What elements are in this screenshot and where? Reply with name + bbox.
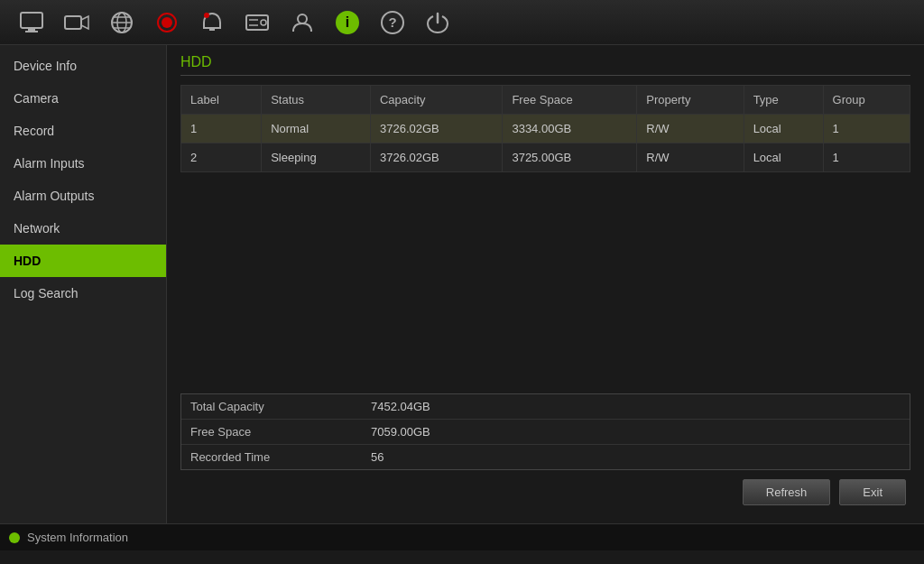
table-cell: 3726.02GB xyxy=(370,115,502,143)
network-settings-icon[interactable] xyxy=(99,0,144,45)
col-property: Property xyxy=(637,86,744,115)
camera-icon[interactable] xyxy=(54,0,99,45)
table-cell: 2 xyxy=(181,143,262,172)
summary-panel: Total Capacity 7452.04GB Free Space 7059… xyxy=(180,393,910,470)
table-cell: Local xyxy=(744,143,823,172)
col-free-space: Free Space xyxy=(503,86,637,115)
sidebar-item-record[interactable]: Record xyxy=(0,115,166,147)
buttons-row: Refresh Exit xyxy=(180,470,910,514)
sidebar-item-alarm-inputs[interactable]: Alarm Inputs xyxy=(0,147,166,180)
table-cell: Local xyxy=(744,115,823,143)
table-cell: 1 xyxy=(823,143,910,172)
page-title: HDD xyxy=(180,54,910,76)
svg-point-15 xyxy=(261,20,266,25)
power-icon[interactable] xyxy=(415,0,460,45)
sidebar-item-log-search[interactable]: Log Search xyxy=(0,277,166,310)
dvr-icon[interactable] xyxy=(235,0,280,45)
toolbar: i ? xyxy=(0,0,924,45)
sidebar-item-alarm-outputs[interactable]: Alarm Outputs xyxy=(0,180,166,212)
svg-point-13 xyxy=(204,13,209,18)
sidebar: Device Info Camera Record Alarm Inputs A… xyxy=(0,45,167,523)
svg-rect-3 xyxy=(65,16,81,29)
refresh-button[interactable]: Refresh xyxy=(743,479,831,505)
table-row[interactable]: 2Sleeping3726.02GB3725.00GBR/WLocal1 xyxy=(181,143,910,172)
content-area: HDD Label Status Capacity Free Space Pro… xyxy=(167,45,924,523)
status-text: System Information xyxy=(27,531,128,544)
table-row[interactable]: 1Normal3726.02GB3334.00GBR/WLocal1 xyxy=(181,115,910,143)
table-cell: Normal xyxy=(262,115,371,143)
sidebar-item-device-info[interactable]: Device Info xyxy=(0,50,166,82)
svg-text:?: ? xyxy=(388,14,396,30)
table-cell: Sleeping xyxy=(262,143,371,172)
record-icon[interactable] xyxy=(144,0,189,45)
table-cell: R/W xyxy=(637,143,744,172)
table-cell: 1 xyxy=(181,115,262,143)
summary-recorded-time: Recorded Time 56 xyxy=(181,445,910,469)
col-capacity: Capacity xyxy=(370,86,502,115)
sidebar-item-camera[interactable]: Camera xyxy=(0,82,166,115)
svg-rect-1 xyxy=(28,28,35,31)
svg-rect-0 xyxy=(21,13,42,28)
status-indicator xyxy=(9,532,20,543)
user-icon[interactable] xyxy=(280,0,325,45)
summary-free-space: Free Space 7059.00GB xyxy=(181,420,910,445)
table-cell: 3334.00GB xyxy=(503,115,637,143)
col-label: Label xyxy=(181,86,262,115)
hdd-table: Label Status Capacity Free Space Propert… xyxy=(180,85,910,172)
monitor-icon[interactable] xyxy=(9,0,54,45)
col-status: Status xyxy=(262,86,371,115)
exit-button[interactable]: Exit xyxy=(839,479,906,505)
main-layout: Device Info Camera Record Alarm Inputs A… xyxy=(0,45,924,523)
col-type: Type xyxy=(744,86,823,115)
table-cell: 3725.00GB xyxy=(503,143,637,172)
summary-total-capacity: Total Capacity 7452.04GB xyxy=(181,394,910,420)
col-group: Group xyxy=(823,86,910,115)
svg-marker-4 xyxy=(81,16,88,29)
table-cell: 1 xyxy=(823,115,910,143)
table-cell: 3726.02GB xyxy=(370,143,502,172)
table-cell: R/W xyxy=(637,115,744,143)
svg-rect-2 xyxy=(25,31,38,32)
svg-point-11 xyxy=(162,17,172,28)
svg-text:i: i xyxy=(346,14,349,30)
alarm-icon[interactable] xyxy=(189,0,235,45)
svg-rect-14 xyxy=(246,15,268,30)
sidebar-item-hdd[interactable]: HDD xyxy=(0,245,166,277)
info-icon[interactable]: i xyxy=(325,0,370,45)
sidebar-item-network[interactable]: Network xyxy=(0,212,166,245)
svg-point-18 xyxy=(298,14,307,23)
status-bar: System Information xyxy=(0,523,924,550)
help-icon[interactable]: ? xyxy=(370,0,415,45)
